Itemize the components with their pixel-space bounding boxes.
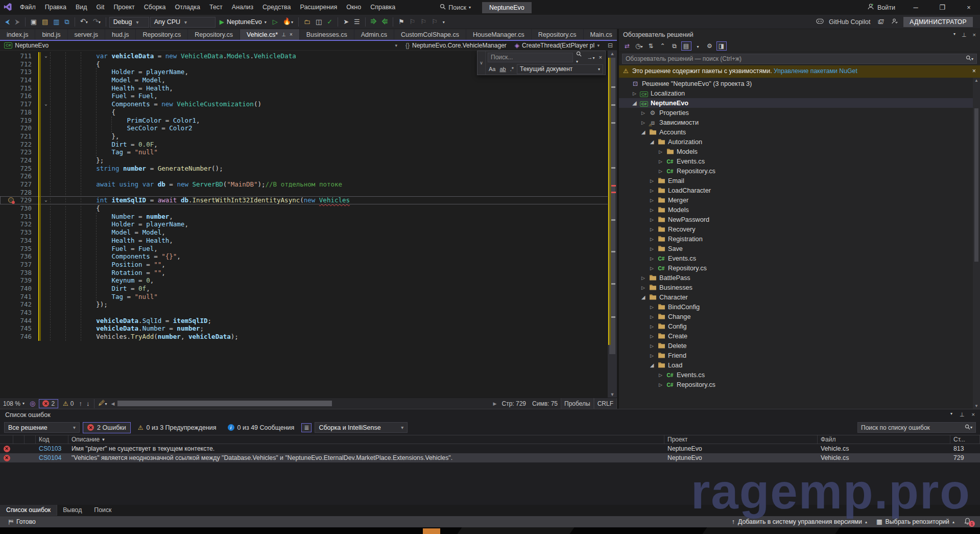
code-line-744[interactable]: 744vehicleData.SqlId = itemSqlID; [0,317,617,325]
column-header-file[interactable]: Файл [818,435,950,444]
tree-item-events-cs[interactable]: ▷C#Events.cs [619,253,980,263]
undo-icon[interactable]: ↶▾ [78,16,90,28]
expand-arrow-icon[interactable]: ▷ [649,198,655,203]
next-issue-icon[interactable]: ↓ [84,398,92,409]
navigate-cursor-icon[interactable]: ➤ [341,16,351,28]
solution-search-input[interactable] [626,55,966,62]
expand-arrow-icon[interactable]: ▷ [649,256,655,261]
scrollbar-thumb[interactable] [117,401,332,406]
tree-item-localization[interactable]: ▷C#Localization [619,88,980,98]
find-in-files-icon[interactable]: 🗀 [302,16,313,28]
search-icon[interactable]: ▾ [575,51,584,64]
pending-changes-filter-icon[interactable]: ◷▾ [634,42,644,50]
find-scope-select[interactable]: Текущий документ ▾ [517,64,603,74]
sync-with-active-document-icon[interactable]: ⇄ [622,42,632,50]
breakpoint-error-icon[interactable] [8,197,14,203]
tree-scrollbar[interactable]: ▲ ▼ [973,78,980,409]
column-header-code[interactable]: Код [36,435,68,444]
select-repository-button[interactable]: ▦ Выбрать репозиторий ▴ [872,518,959,525]
menu-item-item[interactable]: Правка [40,0,71,15]
feedback-icon[interactable] [891,18,898,26]
code-line-742[interactable]: 742}); [0,300,617,309]
tab-repository-cs[interactable]: Repository.cs [188,29,240,40]
menu-item-item[interactable]: Отладка [171,0,205,15]
indent-increase-icon[interactable]: ⭆ [369,16,379,28]
tab-bind-js[interactable]: bind.js [35,29,67,40]
column-header-project[interactable]: Проект [664,435,818,444]
tree-item-merger[interactable]: ▷Merger [619,195,980,205]
tree-item-create[interactable]: ▷Create [619,331,980,341]
error-code[interactable]: CS0104 [36,454,68,461]
expand-arrow-icon[interactable]: ▷ [640,275,646,281]
notifications-bell-button[interactable]: 1 [959,518,976,526]
solution-search-box[interactable]: ▾ [622,54,977,64]
menu-item-item[interactable]: Справка [366,0,400,15]
code-line-717[interactable]: 717⌄Components = new VehicleCustomizatio… [0,100,617,108]
refresh-icon[interactable]: ⇅ [646,42,656,50]
expand-arrow-icon[interactable]: ▷ [658,373,663,378]
maximize-button[interactable]: ❐ [931,0,953,15]
code-line-720[interactable]: 720SecColor = Color2 [0,124,617,132]
menu-item-item[interactable]: Сборка [139,0,171,15]
close-icon[interactable]: × [290,32,293,37]
scroll-down-icon[interactable]: ▼ [608,392,617,397]
code-line-724[interactable]: 724}; [0,156,617,165]
code-line-719[interactable]: 719PrimColor = Color1, [0,117,617,125]
preview-selected-items-toggle[interactable]: ◨ [716,41,727,51]
error-code[interactable]: CS0103 [36,445,68,452]
save-icon[interactable]: ▥ [51,16,61,28]
window-position-icon[interactable]: ▾ [953,32,955,38]
code-surface[interactable]: 711⌄var vehicleData = new VehicleData.Mo… [0,51,617,341]
expand-arrow-icon[interactable]: ▷ [649,246,655,251]
collapse-arrow-icon[interactable]: ◢ [649,362,655,368]
menu-item-item[interactable]: Тест [205,0,227,15]
error-scope-select[interactable]: Все решение▾ [4,422,80,433]
sign-in-button[interactable]: Войти [862,3,900,12]
clear-bookmarks-icon[interactable]: ⚐ [429,16,440,28]
code-editor[interactable]: 711⌄var vehicleData = new VehicleData.Mo… [0,51,617,398]
expand-arrow-icon[interactable]: ▷ [649,227,655,232]
quick-search-button[interactable]: Поиск ▾ [436,2,475,13]
code-line-736[interactable]: 736Components = "{}", [0,252,617,261]
error-search-input[interactable] [861,424,965,431]
expand-arrow-icon[interactable]: ▷ [649,343,655,349]
tab-main-cs[interactable]: Main.cs [584,29,619,40]
minimize-button[interactable]: ─ [904,0,927,15]
code-line-727[interactable]: 727await using var db = new ServerBD("Ma… [0,180,617,189]
tree-item-neptuneevo-3-3[interactable]: ⊡Решение "NeptuneEvo" (3 проекта 3) [619,79,980,88]
code-line-714[interactable]: 714Model = Model, [0,76,617,84]
tab-repository-cs[interactable]: Repository.cs [532,29,583,40]
error-count-toggle[interactable]: ✕ 2 [39,399,58,408]
github-copilot-icon[interactable] [816,18,824,26]
code-line-746[interactable]: 746Vehicles.TryAdd(number, vehicleData); [0,333,617,341]
properties-icon[interactable]: ⚙ [705,42,715,50]
code-line-738[interactable]: 738Rotation = "", [0,269,617,277]
collapse-all-icon[interactable]: ⌃ [658,42,668,50]
tab-businesses-cs[interactable]: Businesses.cs [300,29,354,40]
expand-arrow-icon[interactable]: ▷ [649,314,655,319]
toggle-bookmark-icon[interactable]: ⚑ [396,16,407,28]
tree-item-delete[interactable]: ▷Delete [619,341,980,351]
menu-item-item[interactable]: Вид [71,0,92,15]
close-icon[interactable]: × [598,54,603,60]
find-next-icon[interactable]: →▾ [586,54,596,60]
tree-item-character[interactable]: ◢Character [619,292,980,302]
menu-item-git[interactable]: Git [92,0,109,15]
spell-check-icon[interactable]: ✓ [325,16,334,28]
menu-item-item[interactable]: Анализ [227,0,258,15]
open-file-icon[interactable]: ▤ [40,16,50,28]
window-position-icon[interactable]: ▾ [950,411,952,418]
code-line-740[interactable]: 740Dirt = 0f, [0,285,617,293]
code-line-726[interactable]: 726 [0,172,617,180]
tree-item-recovery[interactable]: ▷Recovery [619,224,980,234]
error-source-select[interactable]: Сборка и IntelliSense▾ [315,422,408,433]
tree-item-repository-cs[interactable]: ▷C#Repository.cs [619,380,980,389]
fold-collapse-icon[interactable]: ⌄ [42,100,50,108]
errors-filter-button[interactable]: ✕ 2 Ошибки [83,422,131,433]
tree-item-email[interactable]: ▷Email [619,176,980,185]
close-button[interactable]: × [958,0,980,15]
error-search-box[interactable]: ▾ [857,422,976,433]
tree-item-accounts[interactable]: ◢Accounts [619,127,980,137]
menu-item-item[interactable]: Расширения [295,0,342,15]
editor-vertical-scrollbar[interactable]: ▲ ▼ [608,51,617,398]
